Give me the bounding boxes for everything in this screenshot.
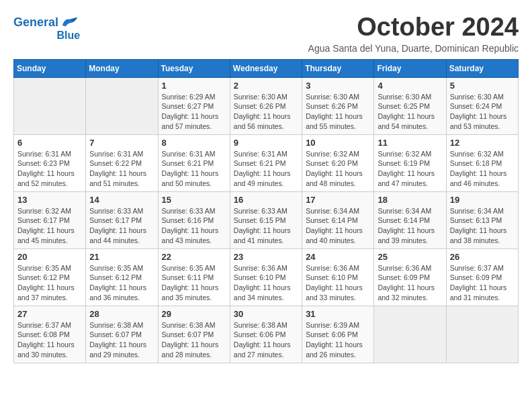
calendar-cell: 30Sunrise: 6:38 AMSunset: 6:06 PMDayligh… xyxy=(230,306,302,363)
calendar-cell: 3Sunrise: 6:30 AMSunset: 6:26 PMDaylight… xyxy=(302,77,374,134)
weekday-header-wednesday: Wednesday xyxy=(230,59,302,77)
day-info: Sunrise: 6:31 AMSunset: 6:23 PMDaylight:… xyxy=(17,149,82,189)
weekday-header-tuesday: Tuesday xyxy=(158,59,230,77)
calendar-cell: 20Sunrise: 6:35 AMSunset: 6:12 PMDayligh… xyxy=(14,248,86,306)
calendar-cell: 6Sunrise: 6:31 AMSunset: 6:23 PMDaylight… xyxy=(14,134,86,191)
day-number: 28 xyxy=(89,309,154,319)
calendar-week-row: 13Sunrise: 6:32 AMSunset: 6:17 PMDayligh… xyxy=(14,191,519,248)
day-info: Sunrise: 6:34 AMSunset: 6:14 PMDaylight:… xyxy=(306,206,370,246)
day-info: Sunrise: 6:32 AMSunset: 6:20 PMDaylight:… xyxy=(306,149,370,189)
logo-text: General xyxy=(13,16,58,30)
weekday-header-friday: Friday xyxy=(374,59,446,77)
calendar-cell: 14Sunrise: 6:33 AMSunset: 6:17 PMDayligh… xyxy=(86,191,158,248)
weekday-header-sunday: Sunday xyxy=(14,59,86,77)
day-info: Sunrise: 6:31 AMSunset: 6:21 PMDaylight:… xyxy=(162,149,226,189)
day-info: Sunrise: 6:33 AMSunset: 6:16 PMDaylight:… xyxy=(162,206,226,246)
weekday-header-row: SundayMondayTuesdayWednesdayThursdayFrid… xyxy=(14,59,519,77)
day-info: Sunrise: 6:30 AMSunset: 6:26 PMDaylight:… xyxy=(234,92,298,132)
day-info: Sunrise: 6:31 AMSunset: 6:21 PMDaylight:… xyxy=(234,149,298,189)
weekday-header-monday: Monday xyxy=(86,59,158,77)
month-title: October 2024 xyxy=(308,13,519,42)
day-number: 4 xyxy=(378,81,442,91)
calendar-cell: 16Sunrise: 6:33 AMSunset: 6:15 PMDayligh… xyxy=(230,191,302,248)
day-number: 17 xyxy=(306,195,370,205)
calendar-cell: 23Sunrise: 6:36 AMSunset: 6:10 PMDayligh… xyxy=(230,248,302,306)
weekday-header-saturday: Saturday xyxy=(446,59,518,77)
title-section: October 2024 Agua Santa del Yuna, Duarte… xyxy=(308,13,519,54)
calendar-cell: 28Sunrise: 6:38 AMSunset: 6:07 PMDayligh… xyxy=(86,306,158,363)
day-info: Sunrise: 6:38 AMSunset: 6:07 PMDaylight:… xyxy=(89,320,154,360)
calendar-cell: 19Sunrise: 6:34 AMSunset: 6:13 PMDayligh… xyxy=(446,191,518,248)
day-number: 14 xyxy=(89,195,154,205)
day-number: 11 xyxy=(378,138,442,148)
calendar-cell xyxy=(446,306,518,363)
calendar-cell: 13Sunrise: 6:32 AMSunset: 6:17 PMDayligh… xyxy=(14,191,86,248)
calendar-cell: 12Sunrise: 6:32 AMSunset: 6:18 PMDayligh… xyxy=(446,134,518,191)
calendar-cell: 1Sunrise: 6:29 AMSunset: 6:27 PMDaylight… xyxy=(158,77,230,134)
day-info: Sunrise: 6:34 AMSunset: 6:13 PMDaylight:… xyxy=(450,206,515,246)
day-number: 1 xyxy=(162,81,226,91)
day-number: 2 xyxy=(234,81,298,91)
day-info: Sunrise: 6:37 AMSunset: 6:09 PMDaylight:… xyxy=(450,263,515,303)
day-number: 13 xyxy=(17,195,82,205)
calendar-cell: 10Sunrise: 6:32 AMSunset: 6:20 PMDayligh… xyxy=(302,134,374,191)
day-info: Sunrise: 6:35 AMSunset: 6:12 PMDaylight:… xyxy=(89,263,154,303)
day-number: 15 xyxy=(162,195,226,205)
day-info: Sunrise: 6:30 AMSunset: 6:24 PMDaylight:… xyxy=(450,92,515,132)
day-info: Sunrise: 6:33 AMSunset: 6:17 PMDaylight:… xyxy=(89,206,154,246)
day-number: 7 xyxy=(89,138,154,148)
day-info: Sunrise: 6:37 AMSunset: 6:08 PMDaylight:… xyxy=(17,320,82,360)
day-number: 12 xyxy=(450,138,515,148)
day-number: 24 xyxy=(306,252,370,262)
calendar-cell: 9Sunrise: 6:31 AMSunset: 6:21 PMDaylight… xyxy=(230,134,302,191)
day-number: 23 xyxy=(234,252,298,262)
day-info: Sunrise: 6:32 AMSunset: 6:19 PMDaylight:… xyxy=(378,149,442,189)
day-info: Sunrise: 6:32 AMSunset: 6:17 PMDaylight:… xyxy=(17,206,82,246)
calendar-cell: 22Sunrise: 6:35 AMSunset: 6:11 PMDayligh… xyxy=(158,248,230,306)
calendar-cell: 29Sunrise: 6:38 AMSunset: 6:07 PMDayligh… xyxy=(158,306,230,363)
day-info: Sunrise: 6:36 AMSunset: 6:10 PMDaylight:… xyxy=(306,263,370,303)
calendar-cell xyxy=(86,77,158,134)
page-header: General Blue October 2024 Agua Santa del… xyxy=(13,13,519,54)
logo-text2: Blue xyxy=(56,30,80,42)
day-number: 6 xyxy=(17,138,82,148)
calendar-cell xyxy=(374,306,446,363)
subtitle: Agua Santa del Yuna, Duarte, Dominican R… xyxy=(308,43,519,54)
day-number: 9 xyxy=(234,138,298,148)
calendar-cell: 17Sunrise: 6:34 AMSunset: 6:14 PMDayligh… xyxy=(302,191,374,248)
day-info: Sunrise: 6:31 AMSunset: 6:22 PMDaylight:… xyxy=(89,149,154,189)
day-info: Sunrise: 6:39 AMSunset: 6:06 PMDaylight:… xyxy=(306,320,370,360)
calendar-cell: 15Sunrise: 6:33 AMSunset: 6:16 PMDayligh… xyxy=(158,191,230,248)
day-number: 27 xyxy=(17,309,82,319)
calendar-cell: 25Sunrise: 6:36 AMSunset: 6:09 PMDayligh… xyxy=(374,248,446,306)
day-number: 22 xyxy=(162,252,226,262)
calendar-cell: 5Sunrise: 6:30 AMSunset: 6:24 PMDaylight… xyxy=(446,77,518,134)
calendar-week-row: 1Sunrise: 6:29 AMSunset: 6:27 PMDaylight… xyxy=(14,77,519,134)
calendar-cell: 7Sunrise: 6:31 AMSunset: 6:22 PMDaylight… xyxy=(86,134,158,191)
logo: General Blue xyxy=(13,13,80,42)
calendar-week-row: 6Sunrise: 6:31 AMSunset: 6:23 PMDaylight… xyxy=(14,134,519,191)
day-number: 20 xyxy=(17,252,82,262)
day-info: Sunrise: 6:30 AMSunset: 6:26 PMDaylight:… xyxy=(306,92,370,132)
weekday-header-thursday: Thursday xyxy=(302,59,374,77)
day-number: 19 xyxy=(450,195,515,205)
day-info: Sunrise: 6:30 AMSunset: 6:25 PMDaylight:… xyxy=(378,92,442,132)
calendar-cell: 11Sunrise: 6:32 AMSunset: 6:19 PMDayligh… xyxy=(374,134,446,191)
day-info: Sunrise: 6:36 AMSunset: 6:10 PMDaylight:… xyxy=(234,263,298,303)
calendar-table: SundayMondayTuesdayWednesdayThursdayFrid… xyxy=(13,59,519,363)
day-number: 26 xyxy=(450,252,515,262)
calendar-cell: 4Sunrise: 6:30 AMSunset: 6:25 PMDaylight… xyxy=(374,77,446,134)
day-number: 10 xyxy=(306,138,370,148)
calendar-cell: 18Sunrise: 6:34 AMSunset: 6:14 PMDayligh… xyxy=(374,191,446,248)
day-info: Sunrise: 6:38 AMSunset: 6:07 PMDaylight:… xyxy=(162,320,226,360)
day-info: Sunrise: 6:32 AMSunset: 6:18 PMDaylight:… xyxy=(450,149,515,189)
day-info: Sunrise: 6:29 AMSunset: 6:27 PMDaylight:… xyxy=(162,92,226,132)
day-info: Sunrise: 6:35 AMSunset: 6:11 PMDaylight:… xyxy=(162,263,226,303)
calendar-cell: 24Sunrise: 6:36 AMSunset: 6:10 PMDayligh… xyxy=(302,248,374,306)
day-number: 21 xyxy=(89,252,154,262)
day-number: 30 xyxy=(234,309,298,319)
day-number: 5 xyxy=(450,81,515,91)
day-info: Sunrise: 6:36 AMSunset: 6:09 PMDaylight:… xyxy=(378,263,442,303)
day-number: 25 xyxy=(378,252,442,262)
calendar-cell: 21Sunrise: 6:35 AMSunset: 6:12 PMDayligh… xyxy=(86,248,158,306)
